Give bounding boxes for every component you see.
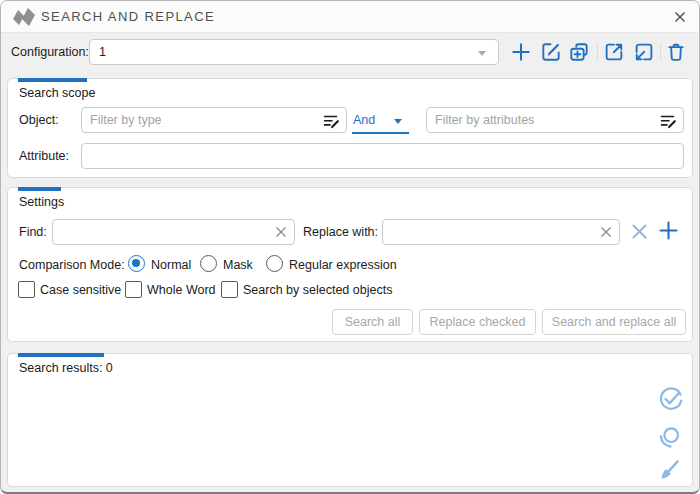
export-configuration-button[interactable] (603, 41, 625, 63)
active-tab-indicator (18, 187, 61, 191)
replace-with-label: Replace with: (303, 225, 378, 239)
circle-icon (656, 424, 684, 452)
chevron-down-icon (394, 119, 402, 124)
brush-icon (656, 455, 684, 483)
check-circle-icon (656, 385, 684, 413)
chevron-down-icon (478, 51, 486, 56)
whole-word-label: Whole Word (147, 283, 216, 297)
configuration-select[interactable]: 1 (89, 39, 499, 65)
search-scope-title: Search scope (19, 86, 95, 100)
object-label: Object: (19, 113, 59, 127)
trash-icon (665, 41, 687, 63)
search-scope-group: Search scope Object: And Attribute: (7, 78, 693, 178)
add-pair-icon[interactable] (658, 220, 679, 241)
clear-results-button[interactable] (656, 455, 684, 483)
radio-regular-expression[interactable] (266, 255, 283, 272)
configuration-label: Configuration: (11, 45, 89, 59)
delete-configuration-button[interactable] (665, 41, 687, 63)
active-tab-indicator (18, 78, 87, 82)
filter-edit-icon[interactable] (322, 112, 340, 130)
clear-find-icon[interactable] (274, 225, 288, 239)
edit-configuration-button[interactable] (540, 41, 562, 63)
close-icon[interactable] (671, 8, 689, 26)
copy-plus-icon (568, 41, 590, 63)
plus-icon (510, 41, 532, 63)
duplicate-configuration-button[interactable] (568, 41, 590, 63)
operator-value: And (353, 113, 375, 127)
whole-word-checkbox[interactable] (125, 281, 142, 298)
operator-dropdown[interactable]: And (352, 111, 409, 134)
title-bar: SEARCH AND REPLACE (1, 1, 699, 33)
radio-regular-expression-label: Regular expression (289, 258, 397, 272)
import-configuration-button[interactable] (633, 41, 655, 63)
toolbar-separator (597, 43, 598, 61)
remove-pair-icon[interactable] (630, 222, 649, 241)
check-all-results-button[interactable] (656, 385, 684, 413)
settings-group: Settings Find: Replace with: Comparison … (7, 187, 693, 342)
case-sensitive-label: Case sensitive (40, 283, 121, 297)
search-results-title: Search results: 0 (19, 361, 113, 375)
active-tab-indicator (18, 353, 104, 357)
comparison-mode-label: Comparison Mode: (19, 258, 125, 272)
attribute-filter-input[interactable] (426, 107, 684, 133)
toolbar-separator (660, 43, 661, 61)
attribute-input[interactable] (81, 143, 684, 169)
case-sensitive-checkbox[interactable] (18, 281, 35, 298)
app-logo-icon (11, 6, 37, 28)
attribute-label: Attribute: (19, 149, 69, 163)
radio-normal-label: Normal (151, 258, 191, 272)
edit-icon (540, 41, 562, 63)
add-configuration-button[interactable] (510, 41, 532, 63)
find-label: Find: (19, 225, 47, 239)
replace-checked-button[interactable]: Replace checked (419, 309, 536, 335)
search-results-group: Search results: 0 (7, 353, 693, 487)
search-and-replace-dialog: SEARCH AND REPLACE Configuration: 1 (0, 0, 700, 494)
export-icon (603, 41, 625, 63)
uncheck-all-results-button[interactable] (656, 424, 684, 452)
filter-edit-icon[interactable] (659, 112, 677, 130)
import-icon (633, 41, 655, 63)
search-by-selected-objects-checkbox[interactable] (221, 281, 238, 298)
radio-mask-label: Mask (223, 258, 253, 272)
search-and-replace-all-button[interactable]: Search and replace all (542, 309, 686, 335)
search-by-selected-objects-label: Search by selected objects (243, 283, 392, 297)
find-input[interactable] (52, 219, 295, 245)
settings-title: Settings (19, 195, 64, 209)
radio-mask[interactable] (200, 255, 217, 272)
clear-replace-icon[interactable] (599, 225, 613, 239)
configuration-value: 1 (99, 45, 106, 59)
radio-normal[interactable] (128, 255, 145, 272)
replace-input[interactable] (382, 219, 620, 245)
search-all-button[interactable]: Search all (332, 309, 413, 335)
window-title: SEARCH AND REPLACE (41, 9, 215, 24)
type-filter-input[interactable] (81, 107, 347, 133)
